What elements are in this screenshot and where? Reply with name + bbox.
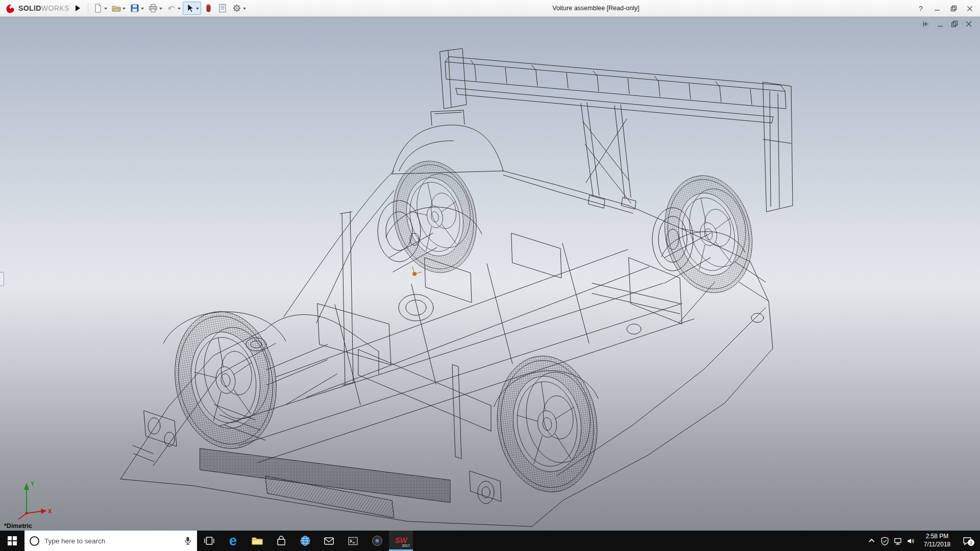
appearance-icon: [203, 3, 213, 13]
chevron-down-icon: [104, 8, 107, 11]
chevron-down-icon: [243, 8, 246, 11]
windows-logo-icon: [8, 536, 17, 545]
print-icon: [148, 3, 158, 13]
close-icon: [967, 6, 973, 12]
notification-badge: 2: [968, 539, 974, 546]
task-view-icon: [204, 535, 215, 546]
close-icon: [965, 20, 973, 28]
solidworks-2017-button[interactable]: SW 2017: [389, 531, 413, 551]
brand-text-solid: SOLID: [18, 4, 41, 12]
solidworks-brand: SOLIDWORKS: [4, 3, 69, 14]
action-center-button[interactable]: 2: [958, 536, 977, 546]
file-explorer-button[interactable]: [245, 531, 269, 551]
new-document-icon: [93, 3, 103, 13]
close-button[interactable]: [962, 2, 978, 15]
expand-menu-button[interactable]: [76, 5, 80, 11]
network-icon: [893, 537, 902, 545]
minimize-button[interactable]: [929, 2, 945, 15]
undo-button[interactable]: [164, 2, 183, 15]
clock-date: 7/11/2018: [918, 541, 957, 549]
start-button[interactable]: [0, 531, 24, 551]
solidworks-version-label: 2017: [402, 544, 410, 547]
browser-button[interactable]: [293, 531, 317, 551]
chevron-down-icon: [196, 8, 199, 11]
sheet-properties-button[interactable]: [215, 2, 230, 15]
new-document-button[interactable]: [91, 2, 109, 15]
solidworks-2017-icon: SW: [395, 536, 407, 544]
window-title: Voiture assemblee [Read-only]: [552, 5, 639, 12]
microphone-icon[interactable]: [184, 536, 192, 546]
help-button[interactable]: ?: [913, 2, 929, 15]
dark-app-icon: [372, 535, 383, 546]
volume-tray-button[interactable]: [904, 531, 917, 551]
minimize-icon: [934, 6, 940, 12]
expand-pane-icon: [922, 20, 930, 28]
dark-app-button[interactable]: [365, 531, 389, 551]
store-icon: [276, 535, 287, 546]
restore-button[interactable]: [945, 2, 962, 15]
cortana-icon: [30, 536, 39, 546]
graphics-viewport[interactable]: Y X *Dimetric: [0, 17, 980, 531]
chevron-down-icon: [141, 8, 144, 11]
minimize-icon: [936, 20, 944, 28]
edge-icon: e: [229, 534, 237, 548]
triad-x-label: X: [48, 508, 52, 514]
mail-button[interactable]: [317, 531, 341, 551]
restore-icon: [950, 5, 957, 12]
viewport-restore-button[interactable]: [950, 20, 959, 28]
save-floppy-icon: [130, 3, 140, 13]
triad-y-label: Y: [31, 481, 35, 487]
defender-tray-button[interactable]: [878, 531, 891, 551]
terminal-button[interactable]: [341, 531, 365, 551]
save-button[interactable]: [128, 2, 146, 15]
open-button[interactable]: [109, 2, 128, 15]
expand-pane-button[interactable]: [922, 20, 930, 28]
viewport-minimize-button[interactable]: [936, 20, 944, 28]
chevron-down-icon: [122, 8, 126, 11]
system-tray: 2:58 PM 7/11/2018 2: [866, 531, 980, 551]
print-button[interactable]: [146, 2, 164, 15]
volume-icon: [906, 537, 915, 545]
wireframe-car-model[interactable]: [0, 17, 980, 531]
chevron-down-icon: [178, 8, 181, 11]
select-cursor-icon: [185, 3, 195, 13]
solidworks-logo-icon: [4, 3, 16, 14]
globe-icon: [300, 535, 311, 546]
store-button[interactable]: [269, 531, 293, 551]
network-tray-button[interactable]: [891, 531, 904, 551]
taskbar-search[interactable]: [24, 531, 197, 551]
open-folder-icon: [111, 3, 121, 13]
view-orientation-label: *Dimetric: [4, 522, 32, 530]
mail-icon: [323, 535, 335, 546]
hidden-icons-button[interactable]: [866, 531, 878, 551]
shield-icon: [880, 537, 889, 545]
edge-button[interactable]: e: [221, 531, 245, 551]
taskbar-clock[interactable]: 2:58 PM 7/11/2018: [917, 533, 958, 548]
chevron-up-icon: [868, 539, 874, 544]
appearance-tool-button[interactable]: [201, 2, 215, 15]
file-explorer-icon: [251, 535, 263, 546]
undo-arrow-icon: [166, 3, 177, 13]
gear-icon: [232, 3, 242, 13]
brand-text-works: WORKS: [41, 4, 69, 12]
sheet-icon: [217, 3, 228, 13]
titlebar: SOLIDWORKS: [0, 0, 980, 17]
select-tool-button[interactable]: [183, 2, 201, 15]
chevron-down-icon: [159, 8, 162, 11]
clock-time: 2:58 PM: [918, 533, 957, 541]
terminal-icon: [347, 535, 359, 546]
viewport-pane-controls: [922, 20, 973, 28]
taskbar: e: [0, 531, 980, 551]
toolbar-separator: [88, 3, 88, 13]
viewport-close-button[interactable]: [965, 20, 973, 28]
orientation-triad: Y X: [8, 478, 54, 522]
options-button[interactable]: [230, 2, 248, 15]
search-input[interactable]: [44, 537, 179, 545]
restore-icon: [950, 20, 959, 28]
task-view-button[interactable]: [197, 531, 221, 551]
